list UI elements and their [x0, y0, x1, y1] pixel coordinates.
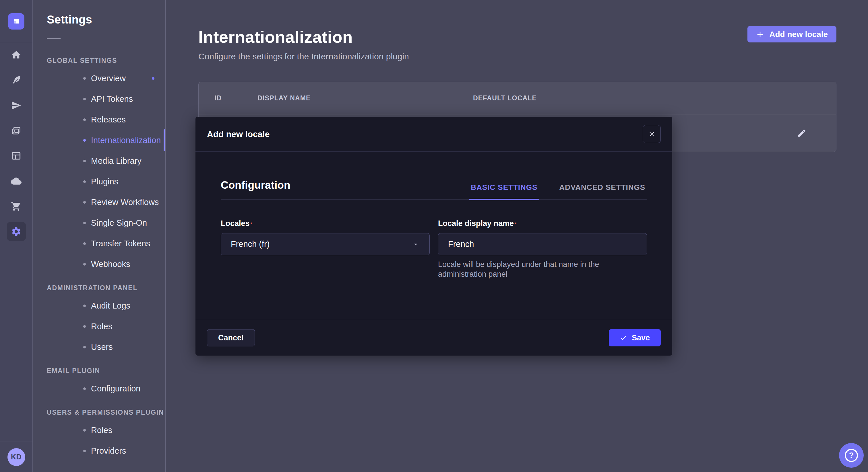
- locales-field-label: Locales: [221, 219, 250, 228]
- strapi-logo-icon[interactable]: [8, 13, 24, 30]
- bullet-icon: [83, 180, 86, 183]
- sidebar-item-label: API Tokens: [91, 94, 133, 104]
- tab-basic-settings[interactable]: BASIC SETTINGS: [469, 183, 539, 199]
- add-new-locale-label: Add new locale: [769, 30, 828, 39]
- modal-fields-row: Locales* French (fr) Locale display name…: [221, 219, 647, 287]
- tab-advanced-settings-label: ADVANCED SETTINGS: [559, 183, 645, 192]
- sidebar-item-media-library[interactable]: Media Library: [83, 150, 165, 171]
- plus-icon: [756, 30, 764, 38]
- column-header-display-name: DISPLAY NAME: [257, 94, 473, 102]
- sidebar-item-label: Audit Logs: [91, 301, 130, 310]
- locales-select[interactable]: French (fr): [221, 233, 430, 255]
- bullet-icon: [83, 325, 86, 328]
- email-plugin-list: Configuration: [83, 378, 165, 399]
- sidebar-item-single-sign-on[interactable]: Single Sign-On: [83, 212, 165, 233]
- user-avatar[interactable]: KD: [7, 448, 25, 466]
- tab-basic-settings-label: BASIC SETTINGS: [471, 183, 537, 192]
- sidebar-item-admin-users[interactable]: Users: [83, 337, 165, 357]
- paper-plane-icon[interactable]: [7, 96, 26, 115]
- sidebar-item-label: Providers: [91, 446, 126, 456]
- configuration-title: Configuration: [221, 179, 290, 191]
- sidebar-item-review-workflows[interactable]: Review Workflows: [83, 192, 165, 212]
- notification-dot-icon: [152, 77, 154, 80]
- sidebar-item-label: Roles: [91, 426, 112, 435]
- modal-header: Add new locale: [195, 117, 672, 152]
- modal-close-button[interactable]: [643, 125, 661, 143]
- layout-icon[interactable]: [7, 146, 26, 165]
- cloud-icon[interactable]: [7, 171, 26, 191]
- tab-advanced-settings[interactable]: ADVANCED SETTINGS: [557, 183, 647, 199]
- sidebar-item-admin-roles[interactable]: Roles: [83, 316, 165, 337]
- save-button[interactable]: Save: [609, 329, 661, 346]
- bullet-icon: [83, 305, 86, 307]
- sidebar-item-label: Releases: [91, 115, 126, 125]
- marketplace-cart-icon[interactable]: [7, 197, 26, 216]
- display-name-input[interactable]: [438, 233, 647, 255]
- display-name-field: Locale display name* Locale will be disp…: [438, 219, 647, 287]
- add-new-locale-modal: Add new locale Configuration BASIC SETTI…: [195, 117, 672, 356]
- media-pictures-icon[interactable]: [7, 121, 26, 140]
- sidebar-item-plugins[interactable]: Plugins: [83, 171, 165, 192]
- required-asterisk: *: [515, 222, 516, 227]
- sidebar-item-label: Plugins: [91, 177, 118, 187]
- sidebar-item-label: Internationalization: [91, 136, 161, 145]
- feather-icon[interactable]: [7, 71, 26, 90]
- bullet-icon: [83, 98, 86, 100]
- strapi-logo-glyph: [11, 16, 21, 26]
- sidebar-title: Settings: [47, 13, 165, 26]
- modal-body: Configuration BASIC SETTINGS ADVANCED SE…: [195, 152, 672, 320]
- save-button-label: Save: [632, 334, 650, 342]
- administration-panel-list: Audit Logs Roles Users: [83, 295, 165, 357]
- sidebar-item-releases[interactable]: Releases: [83, 109, 165, 130]
- sidebar-item-label: Review Workflows: [91, 198, 159, 207]
- chevron-down-icon: [412, 240, 420, 248]
- locales-select-value: French (fr): [231, 239, 270, 249]
- help-button[interactable]: ?: [839, 443, 864, 468]
- section-label-users-permissions-plugin: USERS & PERMISSIONS PLUGIN: [47, 409, 165, 416]
- sidebar-item-internationalization[interactable]: Internationalization: [83, 130, 165, 150]
- sidebar-item-label: Webhooks: [91, 260, 130, 269]
- cancel-button[interactable]: Cancel: [207, 329, 255, 346]
- section-label-administration-panel: ADMINISTRATION PANEL: [47, 284, 165, 292]
- sidebar-item-label: Users: [91, 342, 113, 352]
- bullet-icon: [83, 160, 86, 162]
- close-icon: [648, 131, 655, 138]
- active-tab-underline: [469, 199, 539, 200]
- bullet-icon: [83, 387, 86, 390]
- sidebar-item-label: Roles: [91, 322, 112, 331]
- logo-section: [0, 0, 32, 43]
- active-item-indicator: [164, 129, 165, 151]
- sidebar-item-transfer-tokens[interactable]: Transfer Tokens: [83, 233, 165, 254]
- sidebar-item-overview[interactable]: Overview: [83, 68, 165, 89]
- locales-field: Locales* French (fr): [221, 219, 430, 287]
- modal-title: Add new locale: [207, 129, 270, 139]
- home-icon[interactable]: [7, 45, 26, 64]
- add-new-locale-button[interactable]: Add new locale: [747, 26, 836, 42]
- settings-sidebar: Settings GLOBAL SETTINGS Overview API To…: [33, 0, 166, 472]
- settings-gear-icon[interactable]: [7, 222, 26, 241]
- rail-footer: KD: [0, 442, 32, 472]
- sidebar-item-webhooks[interactable]: Webhooks: [83, 254, 165, 274]
- sidebar-item-email-configuration[interactable]: Configuration: [83, 378, 165, 399]
- sidebar-item-audit-logs[interactable]: Audit Logs: [83, 295, 165, 316]
- sidebar-item-up-roles[interactable]: Roles: [83, 420, 165, 440]
- configuration-header-row: Configuration BASIC SETTINGS ADVANCED SE…: [221, 179, 647, 200]
- rail-nav: [7, 45, 26, 241]
- sidebar-title-divider: [47, 38, 61, 39]
- pencil-icon: [797, 128, 807, 138]
- sidebar-item-api-tokens[interactable]: API Tokens: [83, 89, 165, 109]
- bullet-icon: [83, 119, 86, 121]
- edit-locale-button[interactable]: [795, 126, 809, 140]
- check-icon: [620, 334, 627, 341]
- required-asterisk: *: [251, 222, 252, 227]
- sidebar-item-up-providers[interactable]: Providers: [83, 440, 165, 461]
- bullet-icon: [83, 139, 86, 142]
- cancel-button-label: Cancel: [218, 334, 244, 342]
- display-name-hint: Locale will be displayed under that name…: [438, 260, 647, 279]
- section-label-email-plugin: EMAIL PLUGIN: [47, 367, 165, 375]
- bullet-icon: [83, 346, 86, 348]
- bullet-icon: [83, 429, 86, 432]
- bullet-icon: [83, 242, 86, 245]
- section-label-global-settings: GLOBAL SETTINGS: [47, 57, 165, 65]
- sidebar-item-label: Transfer Tokens: [91, 239, 150, 248]
